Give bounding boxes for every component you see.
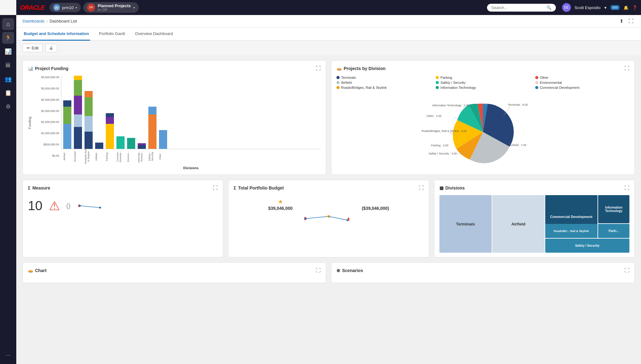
user-arrow-icon: ▾ [604, 5, 607, 10]
measure-expand-button[interactable]: ⛶ [213, 185, 218, 191]
chart-expand-button[interactable]: ⛶ [316, 268, 321, 273]
search-icon: 🔍 [546, 5, 551, 10]
fullscreen-button[interactable]: ⛶ [627, 18, 635, 25]
bar-segment [74, 76, 82, 80]
breadcrumb-bar: Dashboards › Dashboard List ⬆ ⛶ [16, 15, 641, 28]
project-sub: In: CIP [98, 8, 131, 12]
bar-terminals [74, 76, 82, 149]
sidebar-more-icon[interactable]: ··· [2, 349, 14, 361]
bar-segment [85, 97, 93, 116]
bar-utilities [95, 143, 103, 149]
project-arrow-icon: ▾ [133, 6, 135, 9]
bar-segment [63, 100, 71, 107]
legend-safety: Safety / Security [436, 81, 530, 84]
portfolio-value1-wrapper: ★ $39,046,000 [268, 198, 293, 211]
oracle-logo: ORACLE [20, 4, 44, 11]
search-bar[interactable]: 🔍 [487, 4, 556, 12]
projects-by-division-header: 🥧 Projects by Division ⛶ [336, 66, 629, 71]
measure-sparkline-svg [77, 201, 102, 210]
treemap-cell: Safety / Security [545, 239, 629, 253]
legend-commercial: Commercial Development [535, 86, 629, 89]
tab-overview-dashboard[interactable]: Overview Dashboard [134, 28, 174, 41]
portfolio-expand-button[interactable]: ⛶ [419, 185, 424, 191]
bar-segment [74, 114, 82, 127]
y-val-7: $3,500,000.00 [33, 76, 59, 79]
funding-expand-button[interactable]: ⛶ [316, 66, 321, 71]
legend-dot-safety [436, 81, 439, 84]
bars-grid [61, 76, 321, 149]
x-label-terminals: Terminals [74, 149, 82, 164]
portfolio-value2-wrapper: ($39,046,000) [362, 198, 389, 211]
bar-segment [148, 107, 156, 114]
legend-dot-environmental [535, 81, 538, 84]
legend-dot-terminals [336, 76, 340, 79]
workspace-chip[interactable]: 🏢 prm10 ▾ [49, 3, 81, 12]
breadcrumb-separator: › [46, 19, 48, 23]
scenarios-expand-button[interactable]: ⛶ [624, 268, 629, 273]
sidebar-gear-icon[interactable]: ⚙ [2, 101, 14, 113]
tab-budget-schedule[interactable]: Budget and Schedule information [23, 28, 90, 41]
division-expand-button[interactable]: ⛶ [624, 66, 629, 71]
svg-point-13 [305, 218, 307, 220]
svg-rect-17 [348, 218, 349, 221]
y-val-1: $500,000.00 [33, 143, 59, 146]
legend-dot-roads [336, 86, 340, 89]
bar-roads [85, 91, 93, 149]
x-label-safety: Safety / Security [148, 149, 156, 164]
chart-icon: 🥧 [28, 268, 33, 273]
left-sidebar: ⌂ 🏃 📊 🏛 👥 📋 ⚙ ··· [0, 15, 16, 364]
svg-point-10 [99, 207, 101, 209]
bar-other [159, 130, 167, 149]
portfolio-sparkline [233, 214, 423, 223]
legend-parking: Parking [436, 76, 530, 79]
sigma-icon: Σ [28, 185, 30, 190]
pie-chart-wrapper: Information Technology : 2.00 Other : 2.… [336, 94, 629, 163]
pie-label-roads: Roads/Bridges, Rail & Skylink : 3.00 [422, 129, 467, 133]
pie-label-airfield: Airfield : 7.00 [510, 144, 526, 147]
x-label-it: Informati... Technol... [137, 149, 146, 164]
project-chip[interactable]: PP Planned Projects In: CIP ▾ [83, 2, 138, 13]
bar-segment [85, 116, 93, 132]
pie-label-terminals: Terminals : 8.00 [508, 103, 528, 106]
legend-airfield: Airfield [336, 81, 431, 84]
breadcrumb-parent[interactable]: Dashboards [23, 19, 44, 23]
y-val-6: $3,000,000.00 [33, 87, 59, 90]
bar-segment [74, 96, 82, 114]
breadcrumb-current: Dashboard List [49, 19, 77, 23]
bell-icon[interactable]: 🔔 [623, 5, 628, 10]
measure-header: Σ Measure ⛶ [28, 185, 218, 191]
treemap-cell: Airfield [492, 195, 545, 253]
sidebar-people-icon[interactable]: 👥 [2, 73, 14, 85]
sidebar-home-icon[interactable]: ⌂ [2, 18, 14, 30]
help-icon[interactable]: ❓ [632, 5, 637, 10]
sidebar-building-icon[interactable]: 🏛 [2, 59, 14, 71]
x-axis-label: Divisions [61, 166, 321, 170]
notification-badge[interactable]: 999 [610, 5, 620, 10]
bar-segment [95, 143, 103, 149]
sidebar-list-icon[interactable]: 📋 [2, 87, 14, 99]
bars-area: Airfield Terminals Roads/B Rail & Skylin… [61, 76, 321, 170]
legend-dot-other [535, 76, 538, 79]
pie-label-other: Other : 2.00 [427, 114, 442, 118]
workspace-arrow-icon: ▾ [75, 6, 77, 9]
bar-segment [106, 117, 114, 124]
measure-secondary: () [66, 202, 70, 210]
share-button[interactable]: ⬆ [618, 18, 625, 25]
main-content: 📊 Project Funding ⛶ Funding $3,500,000.0… [16, 55, 641, 364]
sidebar-person-icon[interactable]: 🏃 [2, 32, 14, 44]
tab-portfolio-gantt[interactable]: Portfolio Gantt [98, 28, 126, 41]
bar-segment [85, 91, 93, 97]
top-cards-row: 📊 Project Funding ⛶ Funding $3,500,000.0… [23, 60, 635, 175]
sidebar-chart-icon[interactable]: 📊 [2, 46, 14, 58]
bar-segment [159, 130, 167, 149]
measure-content: 10 ⚠ () [28, 195, 218, 216]
treemap-cell: Information Technology [598, 195, 629, 223]
edit-button[interactable]: ✏ Edit [23, 44, 43, 52]
print-button[interactable]: 🖨 [45, 44, 57, 52]
svg-line-8 [80, 206, 100, 208]
y-axis: $3,500,000.00 $3,000,000.00 $2,500,000.0… [33, 76, 61, 170]
legend-other: Other [535, 76, 629, 79]
divisions-expand-button[interactable]: ⛶ [624, 185, 629, 191]
search-input[interactable] [491, 5, 545, 10]
portfolio-value1: $39,046,000 [268, 206, 293, 211]
